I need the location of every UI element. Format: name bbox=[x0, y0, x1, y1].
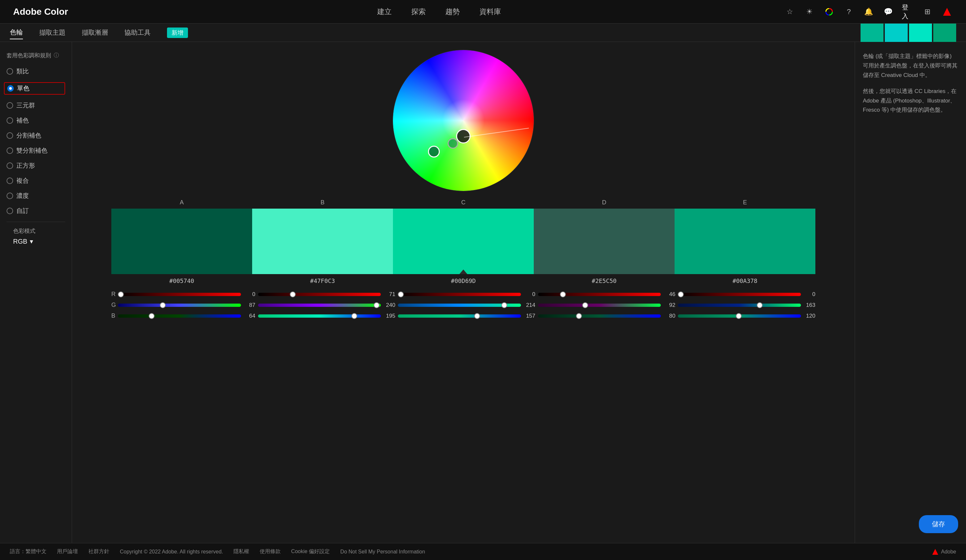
thumb-d-g[interactable] bbox=[582, 302, 588, 308]
rule-square[interactable]: 正方形 bbox=[7, 161, 65, 170]
footer-terms[interactable]: 使用條款 bbox=[260, 548, 281, 555]
chat-icon[interactable]: 💬 bbox=[882, 6, 894, 18]
thumb-c-g[interactable] bbox=[501, 302, 507, 308]
rule-split-comp[interactable]: 分割補色 bbox=[7, 131, 65, 140]
thumb-d-r[interactable] bbox=[560, 291, 566, 297]
radio-triad bbox=[7, 102, 13, 109]
slider-r-row: R 0 71 bbox=[111, 291, 815, 298]
footer-forum[interactable]: 用戶論壇 bbox=[57, 548, 78, 555]
track-e-b[interactable] bbox=[678, 314, 801, 318]
slider-b-r: 71 bbox=[258, 291, 396, 298]
label-e: E bbox=[675, 199, 815, 206]
track-a-g[interactable] bbox=[118, 304, 241, 307]
radio-analogous bbox=[7, 68, 13, 75]
track-b-g[interactable] bbox=[258, 304, 381, 307]
subnav-wheel[interactable]: 色輪 bbox=[10, 26, 23, 39]
slider-g-group: 87 240 214 bbox=[118, 302, 815, 309]
nav-create[interactable]: 建立 bbox=[377, 7, 392, 17]
right-panel-text2: 然後，您就可以透過 CC Libraries，在 Adobe 產品 (Photo… bbox=[863, 87, 958, 115]
subnav-accessibility[interactable]: 協助工具 bbox=[125, 26, 151, 39]
right-panel-text1: 色輪 (或「擷取主題」標籤中的影像) 可用於產生調色盤，在登入後即可將其儲存至 … bbox=[863, 52, 958, 80]
thumb-a-b[interactable] bbox=[149, 313, 154, 319]
sun-icon[interactable]: ☀ bbox=[803, 6, 815, 18]
footer-language[interactable]: 語言：繁體中文 bbox=[10, 548, 46, 555]
subnav-theme[interactable]: 擷取主題 bbox=[39, 26, 66, 39]
thumb-e-g[interactable] bbox=[757, 302, 763, 308]
rule-compound[interactable]: 複合 bbox=[7, 177, 65, 185]
nav-links: 建立 探索 趨勢 資料庫 bbox=[94, 7, 784, 17]
rule-monochromatic[interactable]: 單色 bbox=[4, 82, 65, 95]
track-c-b[interactable] bbox=[398, 314, 521, 318]
handle-a[interactable] bbox=[428, 146, 440, 158]
nav-library[interactable]: 資料庫 bbox=[480, 7, 501, 17]
nav-explore[interactable]: 探索 bbox=[411, 7, 426, 17]
track-e-r[interactable] bbox=[678, 293, 801, 296]
color-wheel-icon[interactable] bbox=[823, 6, 835, 18]
rule-double-split[interactable]: 雙分割補色 bbox=[7, 146, 65, 155]
thumb-d-b[interactable] bbox=[576, 313, 582, 319]
footer-community[interactable]: 社群方針 bbox=[89, 548, 109, 555]
swatch-e[interactable] bbox=[675, 209, 815, 274]
thumb-b-r[interactable] bbox=[290, 291, 296, 297]
subnav-gradient[interactable]: 擷取漸層 bbox=[82, 26, 108, 39]
slider-b-b: 195 bbox=[258, 313, 396, 319]
radio-complementary bbox=[7, 117, 13, 124]
rule-shades[interactable]: 濃度 bbox=[7, 192, 65, 200]
app-title: Adobe Color bbox=[13, 7, 68, 17]
color-values-row: #005740 #47F0C3 #00D69D #2E5C50 #00A378 bbox=[72, 274, 855, 287]
swatch-labels: A B C D E bbox=[111, 199, 815, 209]
login-button[interactable]: 登入 bbox=[902, 6, 913, 18]
save-button[interactable]: 儲存 bbox=[919, 515, 958, 533]
radio-compound bbox=[7, 177, 13, 184]
star-icon[interactable]: ☆ bbox=[784, 6, 796, 18]
track-c-r[interactable] bbox=[398, 293, 521, 296]
swatch-c[interactable] bbox=[393, 209, 534, 274]
rule-custom[interactable]: 自訂 bbox=[7, 207, 65, 215]
handle-b[interactable] bbox=[448, 138, 458, 149]
nav-trends[interactable]: 趨勢 bbox=[445, 7, 460, 17]
track-d-g[interactable] bbox=[538, 304, 661, 307]
thumb-c-b[interactable] bbox=[474, 313, 480, 319]
slider-a-r: 0 bbox=[118, 291, 255, 298]
radio-split-comp bbox=[7, 132, 13, 139]
right-panel: 色輪 (或「擷取主題」標籤中的影像) 可用於產生調色盤，在登入後即可將其儲存至 … bbox=[855, 42, 966, 543]
rule-triad[interactable]: 三元群 bbox=[7, 101, 65, 110]
thumb-e-r[interactable] bbox=[678, 291, 684, 297]
rule-complementary[interactable]: 補色 bbox=[7, 116, 65, 125]
track-b-r[interactable] bbox=[258, 293, 381, 296]
track-d-r[interactable] bbox=[538, 293, 661, 296]
thumb-b-g[interactable] bbox=[374, 302, 380, 308]
track-c-g[interactable] bbox=[398, 304, 521, 307]
swatch-d[interactable] bbox=[534, 209, 675, 274]
track-b-b[interactable] bbox=[258, 314, 381, 318]
footer-do-not-sell[interactable]: Do Not Sell My Personal Information bbox=[340, 549, 425, 555]
label-b: B bbox=[252, 199, 393, 206]
swatch-b[interactable] bbox=[252, 209, 393, 274]
center-content: A B C D E #005740 #47F0C3 bbox=[72, 42, 855, 543]
help-circle-icon[interactable]: ⓘ bbox=[54, 52, 59, 59]
track-a-r[interactable] bbox=[118, 293, 241, 296]
footer-adobe-brand: Adobe bbox=[932, 549, 956, 555]
thumb-a-r[interactable] bbox=[118, 291, 124, 297]
grid-icon[interactable]: ⊞ bbox=[922, 6, 933, 18]
bell-icon[interactable]: 🔔 bbox=[863, 6, 874, 18]
track-d-b[interactable] bbox=[538, 314, 661, 318]
sidebar-section-title: 套用色彩調和規則 ⓘ bbox=[7, 52, 65, 59]
rule-analogous[interactable]: 類比 bbox=[7, 67, 65, 76]
thumb-a-g[interactable] bbox=[160, 302, 166, 308]
help-icon[interactable]: ? bbox=[843, 6, 855, 18]
swatches-container: A B C D E bbox=[72, 199, 855, 274]
thumb-c-r[interactable] bbox=[398, 291, 404, 297]
footer-cookie[interactable]: Cookie 偏好設定 bbox=[291, 548, 330, 555]
track-a-b[interactable] bbox=[118, 314, 241, 318]
thumb-b-b[interactable] bbox=[352, 313, 357, 319]
subnav-new[interactable]: 新增 bbox=[167, 28, 188, 38]
track-e-g[interactable] bbox=[678, 304, 801, 307]
thumb-e-b[interactable] bbox=[736, 313, 742, 319]
color-mode-dropdown[interactable]: RGB ▾ bbox=[13, 237, 59, 245]
nav-icons: ☆ ☀ ? 🔔 💬 登入 ⊞ bbox=[784, 6, 953, 18]
wheel-area bbox=[391, 42, 536, 199]
radio-shades bbox=[7, 192, 13, 199]
footer-privacy[interactable]: 隱私權 bbox=[233, 548, 249, 555]
swatch-a[interactable] bbox=[111, 209, 252, 274]
